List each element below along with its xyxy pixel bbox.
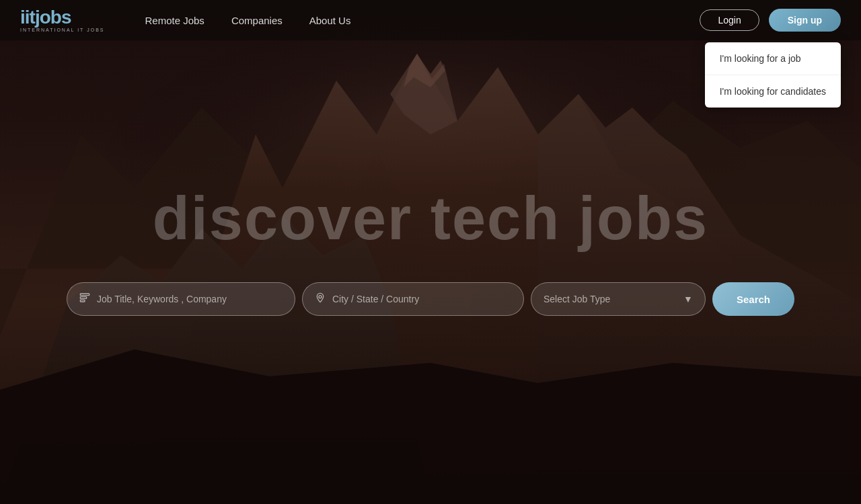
keyword-icon [79, 292, 90, 306]
chevron-down-icon: ▼ [683, 294, 693, 304]
job-type-wrapper: Select Job Type Full Time Part Time Cont… [531, 282, 706, 316]
signup-dropdown: I'm looking for a job I'm looking for ca… [705, 42, 841, 108]
search-button[interactable]: Search [712, 282, 794, 316]
svg-point-14 [319, 296, 322, 298]
nav-links: Remote Jobs Companies About Us [145, 15, 700, 26]
svg-rect-11 [80, 294, 89, 296]
logo-subtitle: INTERNATIONAL IT JOBS [20, 28, 105, 32]
location-icon [315, 292, 326, 306]
login-button[interactable]: Login [700, 9, 759, 31]
nav-remote-jobs[interactable]: Remote Jobs [145, 15, 204, 26]
location-input[interactable] [332, 294, 511, 304]
dropdown-item-candidates[interactable]: I'm looking for candidates [705, 75, 841, 108]
keyword-input[interactable] [97, 294, 283, 304]
nav-about-us[interactable]: About Us [309, 15, 351, 26]
search-bar: Select Job Type Full Time Part Time Cont… [0, 282, 861, 316]
nav-companies[interactable]: Companies [231, 15, 283, 26]
keyword-field-wrapper [67, 282, 295, 316]
svg-rect-13 [80, 300, 85, 302]
hero-section: discover tech jobs [0, 188, 861, 316]
nav-actions: Login Sign up I'm looking for a job I'm … [700, 9, 841, 32]
navbar: iitjobs INTERNATIONAL IT JOBS Remote Job… [0, 0, 861, 40]
logo-prefix: iit [20, 7, 35, 28]
job-type-select[interactable]: Select Job Type Full Time Part Time Cont… [544, 294, 677, 304]
logo-suffix: jobs [35, 7, 71, 28]
logo[interactable]: iitjobs INTERNATIONAL IT JOBS [20, 8, 105, 32]
svg-rect-12 [80, 297, 86, 299]
logo-text: iitjobs [20, 8, 105, 27]
location-field-wrapper [302, 282, 524, 316]
dropdown-item-job[interactable]: I'm looking for a job [705, 42, 841, 75]
signup-button[interactable]: Sign up [769, 9, 841, 32]
hero-title: discover tech jobs [0, 188, 861, 249]
